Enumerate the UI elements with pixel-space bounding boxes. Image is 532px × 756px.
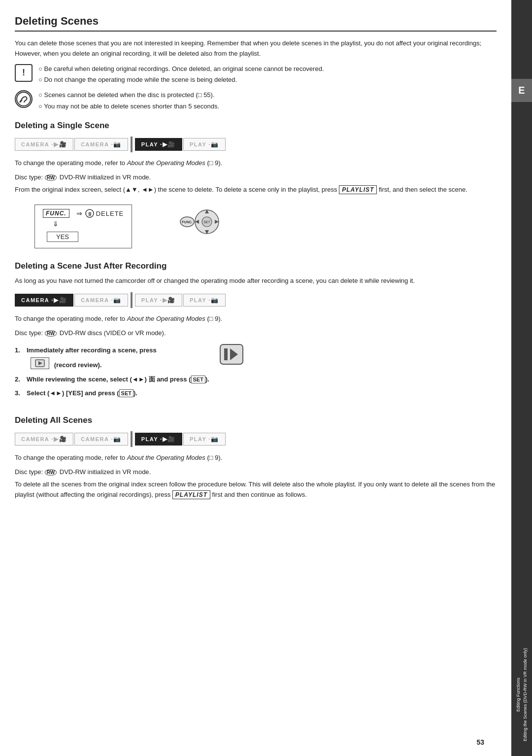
arrow-right-icon: ⇒ (76, 209, 82, 217)
play-video-label-single: PLAY (141, 141, 158, 147)
camera-video-label-after: CAMERA (21, 297, 49, 303)
playlist-badge-single: PLAYLIST (339, 185, 377, 194)
sidebar-editing-text: Editing Functions Editing the Scenes (DV… (515, 648, 529, 741)
editing-scenes-label: Editing the Scenes (DVD-RW in VR mode on… (523, 648, 528, 741)
func-steps: FUNC. ⇒ 🗑 DELETE ⇓ YES (15, 200, 132, 253)
svg-text:SET: SET (203, 220, 210, 224)
single-disc-type: Disc type: RW DVD-RW initialized in VR m… (15, 173, 497, 181)
camera-photo-label-after: CAMERA (81, 297, 109, 303)
editing-functions-label: Editing Functions (516, 678, 521, 712)
play-video-icon-all: ·▶🎥 (160, 436, 176, 443)
photo-icon-single: ·📷 (111, 141, 121, 148)
joystick-svg: FUNC. SET (176, 200, 221, 244)
steps-list: 1. Immediately after recording a scene, … (15, 345, 209, 403)
mode-btn-play-video-after: PLAY ·▶🎥 (135, 294, 182, 307)
mode-divider-after-1 (131, 292, 133, 308)
func-row-yes: YES (43, 230, 124, 242)
record-review-btn-svg (219, 344, 244, 365)
single-instruction: From the original index screen, select (… (15, 185, 497, 195)
play-photo-icon-all: ·📷 (208, 436, 219, 443)
mode-btn-camera-photo-after: CAMERA ·📷 (74, 294, 128, 307)
step-1: 1. Immediately after recording a scene, … (15, 345, 209, 371)
func-diagram: FUNC. ⇒ 🗑 DELETE ⇓ YES (15, 200, 497, 253)
mode-bar-all: CAMERA ·▶🎥 CAMERA ·📷 PLAY ·▶🎥 PLAY ·📷 (15, 431, 497, 447)
main-content: Deleting Scenes You can delete those sce… (0, 0, 511, 756)
svg-text:FUNC.: FUNC. (182, 220, 193, 224)
steps-container: 1. Immediately after recording a scene, … (15, 341, 497, 408)
camera-video-label-all: CAMERA (21, 436, 49, 442)
step-3: 3. Select (◄►) [YES] and press (SET). (15, 388, 209, 399)
after-disc-type: Disc type: RW DVD-RW discs (VIDEO or VR … (15, 329, 497, 337)
note-line-1: ○ Scenes cannot be deleted when the disc… (38, 90, 219, 101)
step-1-num: 1. (15, 345, 24, 356)
all-body: To delete all the scenes from the origin… (15, 480, 497, 500)
warning-text-1: ○ Be careful when deleting original reco… (38, 64, 324, 87)
play-photo-icon-after: ·📷 (208, 297, 219, 304)
step-3-text: Select (◄►) [YES] and press (SET). (27, 388, 137, 399)
mode-btn-camera-photo-single: CAMERA ·📷 (74, 138, 128, 151)
func-row-1: FUNC. ⇒ 🗑 DELETE (43, 209, 124, 218)
play-photo-icon-single: ·📷 (208, 141, 219, 148)
video-icon-single: ·▶🎥 (51, 141, 67, 148)
camera-photo-label-all: CAMERA (81, 436, 109, 442)
video-icon-all: ·▶🎥 (51, 436, 67, 443)
play-photo-label-single: PLAY (190, 141, 206, 147)
mode-divider-single-1 (131, 137, 133, 152)
play-photo-label-all: PLAY (190, 436, 206, 442)
mode-btn-play-video-all: PLAY ·▶🎥 (135, 433, 182, 446)
intro-text: You can delete those scenes that you are… (15, 38, 497, 59)
camera-photo-label-single: CAMERA (81, 141, 109, 147)
delete-icon: 🗑 (85, 209, 94, 218)
warning-box-2: ○ Scenes cannot be deleted when the disc… (15, 90, 497, 113)
page-title: Deleting Scenes (15, 15, 497, 32)
delete-label: DELETE (96, 210, 124, 217)
warning-line-1: ○ Be careful when deleting original reco… (38, 64, 324, 74)
right-sidebar: E Editing Functions Editing the Scenes (… (511, 0, 532, 756)
step-2-text: While reviewing the scene, select (◄►) 面… (27, 375, 209, 385)
mode-btn-camera-photo-all: CAMERA ·📷 (74, 433, 128, 446)
joystick-container: FUNC. SET (176, 200, 221, 245)
record-review-indicator (31, 357, 49, 369)
record-review-btn-container (219, 344, 244, 367)
photo-icon-after: ·📷 (111, 297, 121, 304)
page-number: 53 (476, 738, 484, 746)
func-box: FUNC. ⇒ 🗑 DELETE ⇓ YES (34, 205, 132, 248)
section-after-title: Deleting a Scene Just After Recording (15, 261, 497, 271)
play-video-label-after: PLAY (141, 297, 158, 303)
section-single-title: Deleting a Single Scene (15, 121, 497, 131)
after-intro: As long as you have not turned the camco… (15, 276, 497, 286)
all-operating-mode: To change the operating mode, refer to A… (15, 453, 497, 463)
mode-btn-play-photo-all: PLAY ·📷 (183, 433, 226, 446)
mode-divider-all-1 (131, 431, 133, 447)
func-label: FUNC. (43, 209, 69, 218)
playlist-badge-all: PLAYLIST (172, 490, 210, 499)
record-review-icon (35, 359, 45, 367)
play-photo-label-after: PLAY (190, 297, 206, 303)
note-icon (15, 90, 33, 108)
note-text: ○ Scenes cannot be deleted when the disc… (38, 90, 219, 113)
mode-btn-camera-video-after: CAMERA ·▶🎥 (15, 294, 73, 307)
down-arrow-icon: ⇓ (53, 220, 59, 228)
step-3-num: 3. (15, 388, 24, 399)
svg-rect-16 (224, 348, 228, 360)
mode-bar-after: CAMERA ·▶🎥 CAMERA ·📷 PLAY ·▶🎥 PLAY ·📷 (15, 292, 497, 308)
step-2-num: 2. (15, 375, 24, 385)
camera-video-icon-single: CAMERA (21, 141, 49, 147)
mode-btn-play-photo-single: PLAY ·📷 (183, 138, 226, 151)
warning-line-2: ○ Do not change the operating mode while… (38, 75, 324, 85)
step-2: 2. While reviewing the scene, select (◄►… (15, 375, 209, 385)
mode-btn-play-video-single: PLAY ·▶🎥 (135, 138, 182, 151)
video-icon-after: ·▶🎥 (51, 297, 67, 304)
mode-btn-play-photo-after: PLAY ·📷 (183, 294, 226, 307)
after-operating-mode: To change the operating mode, refer to A… (15, 314, 497, 324)
warning-box-1: ! ○ Be careful when deleting original re… (15, 64, 497, 87)
yes-label: YES (47, 232, 78, 242)
section-all-title: Deleting All Scenes (15, 415, 497, 425)
photo-icon-all: ·📷 (111, 436, 121, 443)
note-line-2: ○ You may not be able to delete scenes s… (38, 102, 219, 112)
e-tab: E (511, 79, 532, 102)
warning-icon-1: ! (15, 64, 33, 82)
mode-bar-single: CAMERA ·▶🎥 CAMERA ·📷 PLAY ·▶🎥 PLAY ·📷 (15, 137, 497, 152)
svg-text:🗑: 🗑 (87, 211, 92, 216)
all-disc-type: Disc type: RW DVD-RW initialized in VR m… (15, 468, 497, 476)
